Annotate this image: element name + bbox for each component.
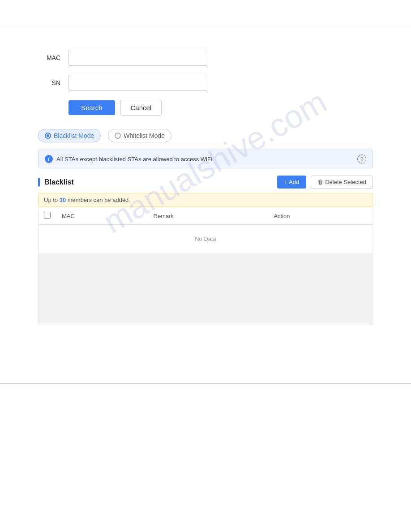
no-data-cell: No Data	[39, 225, 372, 253]
trash-icon: 🗑	[317, 179, 323, 185]
whitelist-mode-option[interactable]: Whitelist Mode	[108, 129, 171, 142]
blacklist-radio-dot	[45, 133, 51, 139]
sn-row: SN	[38, 75, 373, 91]
action-column-header: Action	[268, 207, 372, 225]
info-banner-text: All STAs except blacklisted STAs are all…	[56, 156, 214, 163]
delete-selected-button[interactable]: 🗑 Delete Selected	[311, 176, 373, 189]
sn-label: SN	[38, 79, 60, 86]
search-form: MAC SN Search Cancel	[38, 50, 373, 116]
info-banner: i All STAs except blacklisted STAs are a…	[38, 150, 373, 168]
mac-row: MAC	[38, 50, 373, 66]
help-icon[interactable]: ?	[357, 154, 366, 163]
sn-input[interactable]	[68, 75, 207, 91]
blacklist-table-body: No Data	[39, 225, 372, 253]
mac-label: MAC	[38, 54, 60, 61]
mac-input[interactable]	[68, 50, 207, 66]
members-info-prefix: Up to	[44, 197, 60, 203]
blacklist-table-container: MAC Remark Action No Data	[38, 207, 373, 325]
add-button[interactable]: + Add	[277, 176, 307, 189]
blacklist-section-header: Blacklist + Add 🗑 Delete Selected	[38, 176, 373, 189]
blacklist-actions: + Add 🗑 Delete Selected	[277, 176, 373, 189]
blacklist-table: MAC Remark Action No Data	[39, 207, 372, 253]
remark-column-header: Remark	[148, 207, 269, 225]
footer-spacer	[38, 325, 373, 361]
select-all-checkbox[interactable]	[44, 212, 51, 219]
blacklist-mode-option[interactable]: Blacklist Mode	[38, 129, 101, 142]
bottom-divider	[0, 383, 411, 384]
blacklist-title: Blacklist	[44, 178, 74, 186]
whitelist-radio-dot	[115, 133, 121, 139]
members-count: 30	[60, 197, 66, 203]
blacklist-mode-label: Blacklist Mode	[54, 132, 94, 139]
mode-selector: Blacklist Mode Whitelist Mode	[38, 129, 373, 142]
no-data-row: No Data	[39, 225, 372, 253]
form-buttons: Search Cancel	[68, 100, 373, 116]
info-text-wrap: i All STAs except blacklisted STAs are a…	[45, 155, 357, 163]
blacklist-title-accent	[38, 178, 40, 187]
search-button[interactable]: Search	[68, 100, 115, 115]
main-content: MAC SN Search Cancel Blacklist Mode Whit…	[0, 27, 411, 374]
select-all-header	[39, 207, 56, 225]
mac-column-header: MAC	[56, 207, 148, 225]
whitelist-mode-label: Whitelist Mode	[124, 132, 165, 139]
cancel-button[interactable]: Cancel	[120, 100, 162, 116]
blacklist-title-wrap: Blacklist	[38, 178, 74, 187]
info-icon: i	[45, 155, 53, 163]
table-footer-area	[39, 253, 372, 325]
members-info-suffix: members can be added.	[66, 197, 130, 203]
table-header: MAC Remark Action	[39, 207, 372, 225]
delete-selected-label: Delete Selected	[325, 179, 366, 185]
members-info-bar: Up to 30 members can be added.	[38, 193, 373, 207]
